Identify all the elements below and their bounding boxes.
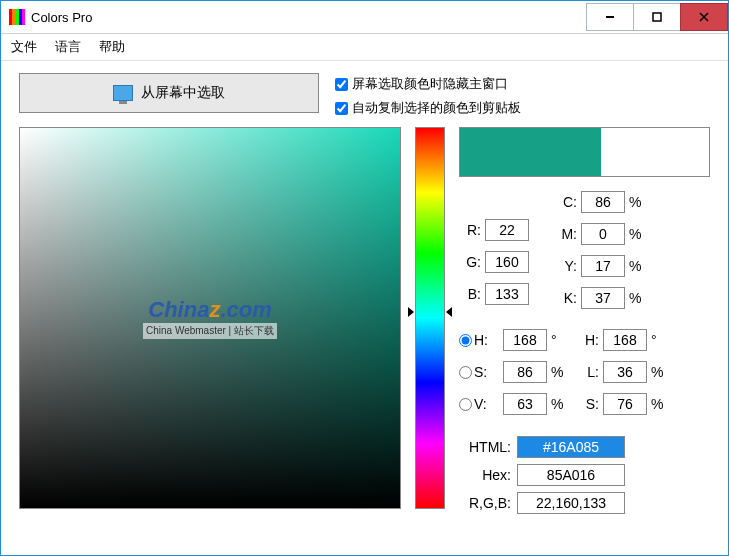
m-input[interactable] [581, 223, 625, 245]
rgb-label: R,G,B: [459, 495, 511, 511]
menu-file[interactable]: 文件 [11, 38, 37, 56]
monitor-icon [113, 85, 133, 101]
l-label: L: [577, 364, 599, 380]
h2-input[interactable] [603, 329, 647, 351]
s-radio-row[interactable]: S: [459, 364, 499, 380]
h-radio-row[interactable]: H: [459, 332, 499, 348]
rgb-output[interactable] [517, 492, 625, 514]
pick-from-screen-button[interactable]: 从屏幕中选取 [19, 73, 319, 113]
hex-label: Hex: [459, 467, 511, 483]
m-label: M: [555, 226, 577, 242]
v-input[interactable] [503, 393, 547, 415]
y-input[interactable] [581, 255, 625, 277]
previous-color-swatch[interactable] [601, 128, 709, 176]
y-label: Y: [555, 258, 577, 274]
r-input[interactable] [485, 219, 529, 241]
app-title: Colors Pro [31, 10, 92, 25]
hue-slider[interactable] [415, 127, 445, 509]
s-radio[interactable] [459, 366, 472, 379]
checkbox-auto-copy-input[interactable] [335, 102, 348, 115]
c-label: C: [555, 194, 577, 210]
checkbox-hide-main-input[interactable] [335, 78, 348, 91]
v-radio-row[interactable]: V: [459, 396, 499, 412]
checkbox-hide-main[interactable]: 屏幕选取颜色时隐藏主窗口 [335, 75, 521, 93]
g-input[interactable] [485, 251, 529, 273]
v-radio[interactable] [459, 398, 472, 411]
menu-language[interactable]: 语言 [55, 38, 81, 56]
html-output[interactable] [517, 436, 625, 458]
menubar: 文件 语言 帮助 [1, 34, 728, 61]
maximize-button[interactable] [633, 3, 681, 31]
current-color-swatch[interactable] [460, 128, 601, 176]
c-input[interactable] [581, 191, 625, 213]
h-radio[interactable] [459, 334, 472, 347]
titlebar: Colors Pro [1, 1, 728, 34]
content-area: 从屏幕中选取 屏幕选取颜色时隐藏主窗口 自动复制选择的颜色到剪贴板 Chinaz… [1, 61, 728, 555]
color-swatch [459, 127, 710, 177]
h2-label: H: [577, 332, 599, 348]
r-label: R: [459, 222, 481, 238]
hex-output[interactable] [517, 464, 625, 486]
watermark: Chinaz.com China Webmaster | 站长下载 [143, 297, 277, 339]
minimize-button[interactable] [586, 3, 634, 31]
close-button[interactable] [680, 3, 728, 31]
k-input[interactable] [581, 287, 625, 309]
k-label: K: [555, 290, 577, 306]
html-label: HTML: [459, 439, 511, 455]
g-label: G: [459, 254, 481, 270]
app-window: Colors Pro 文件 语言 帮助 从屏幕中选取 屏幕选取颜色时隐藏主窗口 … [0, 0, 729, 556]
app-icon [9, 9, 25, 25]
pick-button-label: 从屏幕中选取 [141, 84, 225, 102]
h-input[interactable] [503, 329, 547, 351]
s2-label: S: [577, 396, 599, 412]
svg-rect-1 [653, 13, 661, 21]
b-input[interactable] [485, 283, 529, 305]
hue-indicator [408, 307, 452, 317]
l-input[interactable] [603, 361, 647, 383]
b-label: B: [459, 286, 481, 302]
checkbox-auto-copy[interactable]: 自动复制选择的颜色到剪贴板 [335, 99, 521, 117]
s-input[interactable] [503, 361, 547, 383]
saturation-value-panel[interactable]: Chinaz.com China Webmaster | 站长下载 [19, 127, 401, 509]
menu-help[interactable]: 帮助 [99, 38, 125, 56]
s2-input[interactable] [603, 393, 647, 415]
